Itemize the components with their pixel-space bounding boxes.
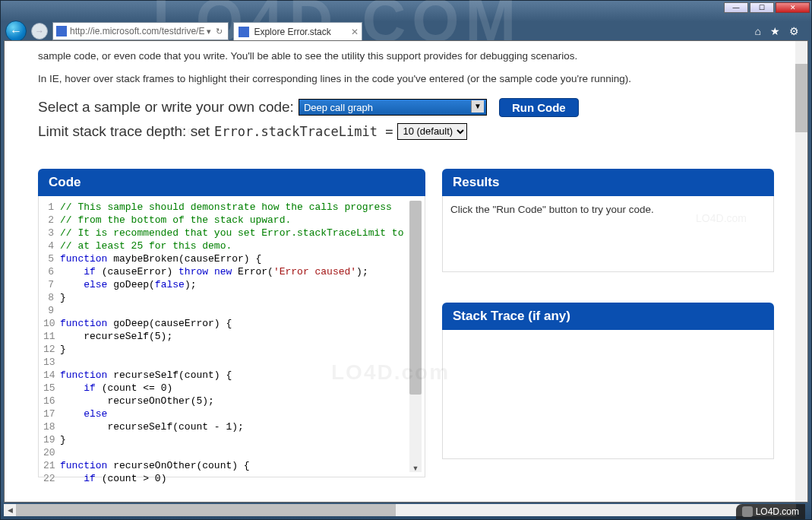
watermark-logo-icon [742, 506, 753, 517]
tab-close-icon[interactable]: ✕ [351, 27, 359, 37]
tab-title: Explore Error.stack [254, 27, 330, 37]
line-number: 17 [43, 407, 60, 420]
window-maximize-button[interactable]: ☐ [750, 2, 774, 13]
tools-icon[interactable]: ⚙ [789, 25, 799, 37]
line-number: 15 [43, 382, 60, 395]
code-line: 8} [43, 291, 422, 304]
code-line: 9 [43, 304, 422, 317]
line-number: 4 [43, 239, 60, 252]
stack-trace-panel-header: Stack Trace (if any) [442, 303, 774, 330]
line-number: 2 [43, 214, 60, 227]
line-number: 6 [43, 265, 60, 278]
line-number: 16 [43, 395, 60, 407]
code-content: if (causeError) throw new Error('Error c… [60, 265, 368, 278]
favorites-icon[interactable]: ★ [770, 25, 780, 37]
code-line: 6 if (causeError) throw new Error('Error… [43, 265, 422, 278]
line-number: 10 [43, 317, 60, 330]
line-number: 8 [43, 291, 60, 304]
line-number: 3 [43, 227, 60, 239]
code-content: if (count > 0) [60, 472, 166, 485]
limit-label: Limit stack trace depth: set [38, 123, 210, 140]
page-horizontal-scroll-thumb[interactable] [16, 504, 396, 516]
forward-button[interactable]: → [31, 23, 48, 40]
code-content: else [60, 407, 107, 420]
intro-text: sample code, or even code that you write… [38, 49, 774, 87]
line-number: 14 [43, 369, 60, 382]
line-number: 22 [43, 472, 60, 485]
line-number: 19 [43, 433, 60, 446]
sample-select-label: Select a sample or write your own code: [38, 99, 294, 116]
results-panel-header: Results [442, 169, 774, 196]
back-button[interactable]: ← [5, 21, 27, 42]
sample-select[interactable]: Deep call graph [299, 99, 487, 116]
code-line: 18 recurseSelf(count - 1); [43, 420, 422, 433]
code-line: 7 else goDeep(false); [43, 278, 422, 291]
window-minimize-button[interactable]: — [724, 2, 748, 13]
address-dropdown-icon[interactable]: ▾ [204, 27, 213, 36]
hscroll-left-arrow-icon[interactable]: ◀ [4, 504, 16, 516]
code-line: 2// from the bottom of the stack upward. [43, 214, 422, 227]
code-content: } [60, 343, 66, 356]
code-content: function recurseOnOther(count) { [60, 459, 250, 472]
code-line: 16 recurseOnOther(5); [43, 395, 422, 407]
code-content: recurseSelf(5); [60, 330, 172, 343]
stack-limit-select[interactable]: 10 (default) [397, 123, 467, 140]
line-number: 13 [43, 356, 60, 369]
code-content: if (count <= 0) [60, 382, 172, 395]
code-lines: 1// This sample should demonstrate how t… [42, 201, 422, 485]
code-line: 11 recurseSelf(5); [43, 330, 422, 343]
code-scroll-thumb[interactable] [409, 201, 422, 395]
code-scrollbar[interactable]: ▲ ▼ [409, 201, 422, 472]
line-number: 11 [43, 330, 60, 343]
code-line: 17 else [43, 407, 422, 420]
browser-tab[interactable]: Explore Error.stack ✕ [233, 22, 362, 40]
code-content: // It is recommended that you set Error.… [60, 227, 403, 239]
results-column: Results Click the "Run Code" button to t… [442, 169, 774, 477]
code-scroll-down-icon[interactable]: ▼ [409, 465, 422, 472]
code-content: recurseOnOther(5); [60, 395, 214, 407]
code-line: 21function recurseOnOther(count) { [43, 459, 422, 472]
intro-paragraph-1: sample code, or even code that you write… [38, 49, 774, 64]
code-editor[interactable]: ▲ ▼ 1// This sample should demonstrate h… [38, 196, 425, 477]
code-line: 13 [43, 356, 422, 369]
intro-paragraph-2: In IE, hover over stack frames to highli… [38, 71, 774, 87]
tab-favicon [239, 27, 249, 37]
url-text: http://ie.microsoft.com/testdrive/E [70, 26, 204, 36]
code-line: 19} [43, 433, 422, 446]
stack-trace-panel-body [442, 330, 774, 459]
code-line: 10function goDeep(causeError) { [43, 317, 422, 330]
home-icon[interactable]: ⌂ [755, 25, 761, 37]
source-watermark: LO4D.com [736, 504, 805, 519]
page-horizontal-scrollbar[interactable]: ◀ ▶ [4, 504, 796, 516]
code-content: // at least 25 for this demo. [60, 239, 232, 252]
window-titlebar: — ☐ ✕ [1, 1, 811, 19]
line-number: 20 [43, 446, 60, 459]
code-content: // from the bottom of the stack upward. [60, 214, 291, 227]
code-content: else goDeep(false); [60, 278, 196, 291]
code-line: 12} [43, 343, 422, 356]
run-code-button[interactable]: Run Code [499, 98, 579, 117]
code-line: 20 [43, 446, 422, 459]
code-content: recurseSelf(count - 1); [60, 420, 244, 433]
code-panel-header: Code [38, 169, 425, 196]
window-close-button[interactable]: ✕ [776, 2, 810, 13]
code-line: 22 if (count > 0) [43, 472, 422, 485]
line-number: 9 [43, 304, 60, 317]
address-bar[interactable]: http://ie.microsoft.com/testdrive/E ▾ ↻ [52, 22, 229, 40]
watermark-text: LO4D.com [756, 506, 799, 517]
code-line: 1// This sample should demonstrate how t… [43, 201, 422, 214]
code-content: function goDeep(causeError) { [60, 317, 232, 330]
refresh-icon[interactable]: ↻ [213, 27, 225, 36]
page-content: LO4D.com LO4D.com LO4D.com sample code, … [4, 40, 808, 503]
code-line: 14function recurseSelf(count) { [43, 369, 422, 382]
results-panel-body: Click the "Run Code" button to try your … [442, 196, 774, 272]
code-content: function recurseSelf(count) { [60, 369, 232, 382]
limit-code-inline: Error.stackTraceLimit = [214, 124, 393, 139]
code-line: 4// at least 25 for this demo. [43, 239, 422, 252]
line-number: 7 [43, 278, 60, 291]
line-number: 5 [43, 252, 60, 265]
code-line: 3// It is recommended that you set Error… [43, 227, 422, 239]
line-number: 18 [43, 420, 60, 433]
line-number: 1 [43, 201, 60, 214]
code-content: // This sample should demonstrate how th… [60, 201, 392, 214]
